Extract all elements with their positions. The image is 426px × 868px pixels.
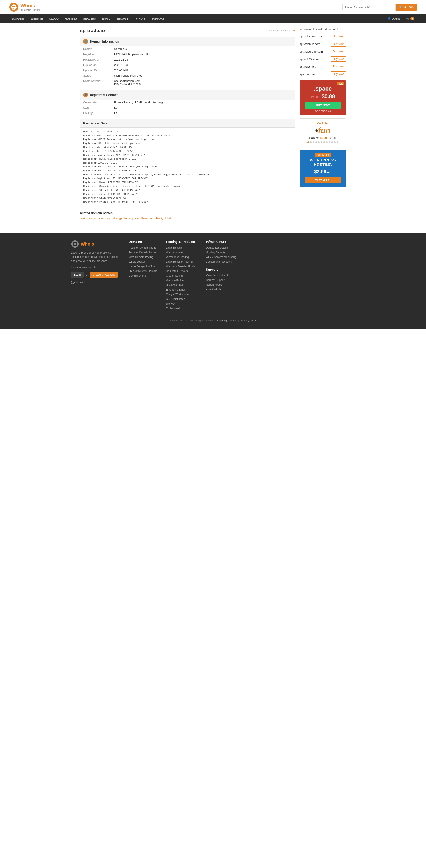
similar-domain: sptrade24.com Buy Now: [300, 56, 346, 62]
fun-old-price: $23.88: [329, 136, 337, 140]
similar-domain-name: sptrades.net: [300, 65, 315, 68]
footer-link-google-workspace[interactable]: Google Workspace: [166, 293, 197, 296]
footer-link-cloud[interactable]: Cloud Hosting: [166, 274, 197, 277]
related-title: related domain names: [80, 211, 295, 215]
footer-col-domains-title: Domains: [129, 240, 157, 244]
footer-link-register[interactable]: Register Domain Name: [129, 246, 157, 249]
footer-link-report[interactable]: Report Abuse: [206, 283, 236, 286]
table-row: State: MA: [80, 105, 295, 111]
table-row: Registrar: HOSTINGER operations, UAB: [80, 52, 295, 57]
buy-now-button[interactable]: Buy Now: [331, 41, 346, 46]
footer-link-windows-reseller[interactable]: Windows Reseller Hosting: [166, 265, 197, 268]
search-icon: 🔍: [399, 5, 403, 9]
nav-login[interactable]: 👤 LOGIN: [384, 14, 403, 23]
footer-link-wordpress[interactable]: WordPress Hosting: [166, 255, 197, 259]
left-panel: sp-trade.io Updated 1 second ago ↻ 🌐 Dom…: [80, 28, 295, 220]
footer-link-about[interactable]: About Whois: [206, 288, 236, 291]
domain-info-header: 🌐 Domain Information: [80, 37, 295, 46]
footer-col-hosting-title: Hosting & Products: [166, 240, 197, 244]
sale-prices: $24.88 $0.88: [303, 93, 343, 100]
related-link[interactable]: identity.digital: [155, 217, 171, 220]
similar-domain: sptradehub.com Buy Now: [300, 41, 346, 46]
footer-link-knowledge[interactable]: View Knowledge Base: [206, 274, 236, 277]
buy-now-button[interactable]: Buy Now: [331, 34, 346, 39]
domain-name-title: sp-trade.io: [80, 28, 105, 33]
search-input[interactable]: [342, 4, 396, 11]
refresh-icon[interactable]: ↻: [293, 29, 295, 32]
buy-now-button[interactable]: Buy Now: [331, 64, 346, 69]
footer-privacy[interactable]: Privacy Policy: [241, 319, 256, 322]
nav-cart[interactable]: 🛒 0: [403, 14, 417, 23]
footer-logo-text: Whois: [81, 242, 94, 247]
footer-link-free[interactable]: Free with Every Domain: [129, 270, 157, 273]
logo-sub: Identity for everyone: [21, 9, 40, 11]
sale-buy-button[interactable]: BUY NOW: [305, 102, 341, 109]
main-content: sp-trade.io Updated 1 second ago ↻ 🌐 Dom…: [71, 23, 355, 224]
footer-link-monitoring[interactable]: 24 x 7 Servers Monitoring: [206, 255, 236, 259]
logo[interactable]: Whois Identity for everyone: [9, 2, 40, 12]
footer-link-sitelock[interactable]: Sitelock: [166, 302, 197, 305]
footer-link-pricing[interactable]: View Domain Pricing: [129, 255, 157, 259]
field-value: Privacy Protect, LLC (PrivacyProtect.org…: [111, 100, 295, 105]
footer-or-text: or: [85, 273, 88, 276]
field-value: 2022-12-28: [111, 68, 295, 73]
footer-col-domains: Domains Register Domain Name Transfer Do…: [129, 240, 157, 311]
nav-cloud[interactable]: CLOUD: [46, 14, 62, 23]
footer-link-offers[interactable]: Domain Offers: [129, 274, 157, 277]
nav-hosting[interactable]: HOSTING: [62, 14, 80, 23]
wp-title: WORDPRESS HOSTING: [303, 158, 342, 167]
related-link[interactable]: privacyprotect.org: [112, 217, 133, 220]
nav-security[interactable]: SECURITY: [113, 14, 133, 23]
footer-link-hosting-security[interactable]: Hosting Security: [206, 251, 236, 254]
buy-now-button[interactable]: Buy Now: [331, 56, 346, 62]
footer-link-whois[interactable]: Whois Lookup: [129, 260, 157, 263]
footer-link-datacenter[interactable]: Datacenter Details: [206, 246, 236, 249]
table-row: Country: US: [80, 111, 295, 116]
footer-link-ssl[interactable]: SSL Certificates: [166, 298, 197, 301]
follow-label: Follow Us: [76, 281, 88, 284]
buy-now-button[interactable]: Buy Now: [331, 71, 346, 77]
footer: Whois Leading provider of web presence s…: [0, 234, 426, 329]
search-button[interactable]: 🔍 WHOIS: [396, 4, 417, 11]
nav-whois[interactable]: WHOIS: [133, 14, 148, 23]
sidebar-similar-title: Interested in similar domains?: [300, 28, 346, 31]
updated-row: Updated 1 second ago ↻: [267, 29, 295, 32]
footer-login-button[interactable]: Login: [71, 272, 84, 278]
related-link[interactable]: cloudflare.com: [135, 217, 152, 220]
footer-link-backup[interactable]: Backup and Recovery: [206, 260, 236, 263]
raw-whois-content[interactable]: Domain Name: sp-trade.io Registry Domain…: [80, 128, 295, 203]
related-link[interactable]: icann.org: [99, 217, 110, 220]
footer-link-enterprise-email[interactable]: Enterprise Email: [166, 288, 197, 291]
footer-create-account-button[interactable]: Create an Account: [90, 272, 118, 278]
search-button-label: WHOIS: [404, 5, 414, 9]
footer-learn-more[interactable]: Learn more About Us: [71, 266, 96, 269]
nav-email[interactable]: EMAIL: [99, 14, 113, 23]
footer-link-linux-hosting[interactable]: Linux Hosting: [166, 246, 197, 249]
footer-legal[interactable]: Legal Agreement: [217, 319, 236, 322]
footer-link-business-email[interactable]: Business Email: [166, 283, 197, 287]
field-label: Registrar:: [80, 52, 111, 57]
registrant-icon: 👤: [83, 93, 88, 97]
footer-link-windows-hosting[interactable]: Windows Hosting: [166, 251, 197, 254]
footer-link-builder[interactable]: Website Builder: [166, 279, 197, 282]
nav-servers[interactable]: SERVERS: [80, 14, 99, 23]
logo-icon: [9, 2, 19, 12]
nav-domains[interactable]: DOMAINS: [9, 14, 28, 23]
footer-link-contact-support[interactable]: Contact Support: [206, 279, 236, 282]
footer-link-linux-reseller[interactable]: Linux Reseller Hosting: [166, 260, 197, 263]
wp-view-button[interactable]: VIEW MORE: [305, 177, 341, 183]
logo-text: Whois: [21, 3, 40, 8]
footer-link-suggestion[interactable]: Name Suggestion Tool: [129, 265, 157, 268]
buy-now-button[interactable]: Buy Now: [331, 49, 346, 54]
footer-link-transfer[interactable]: Transfer Domain Name: [129, 251, 157, 254]
related-link[interactable]: hostinger.com: [80, 217, 96, 220]
nav-support[interactable]: SUPPORT: [148, 14, 168, 23]
nav-website[interactable]: WEBSITE: [28, 14, 46, 23]
footer-link-dedicated[interactable]: Dedicated Servers: [166, 270, 197, 273]
footer-link-codeguard[interactable]: CodeGuard: [166, 307, 197, 310]
similar-domain: spexport.net Buy Now: [300, 71, 346, 77]
user-icon: 👤: [387, 17, 391, 20]
raw-whois-header: Raw Whois Data: [80, 119, 295, 128]
fun-logo: •fun: [303, 126, 343, 135]
sale-tld: .space: [303, 85, 343, 92]
